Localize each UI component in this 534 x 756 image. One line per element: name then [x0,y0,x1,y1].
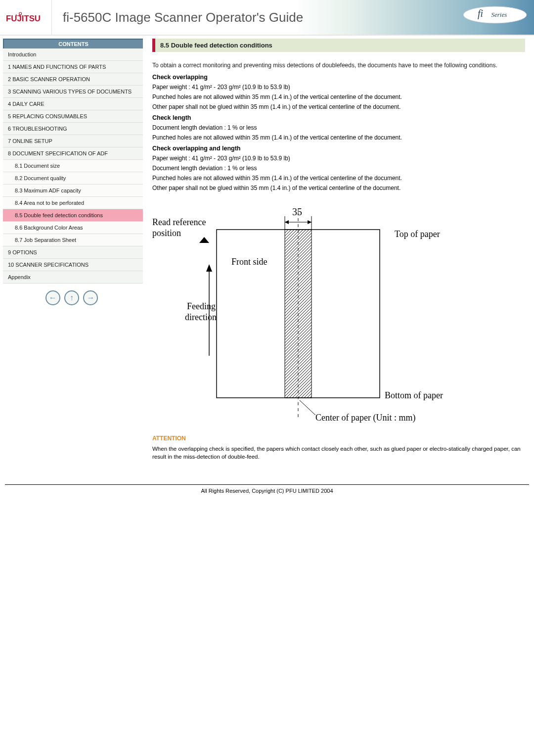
body-text: Punched holes are not allowed within 35 … [152,94,525,100]
page-title: fi-5650C Image Scanner Operator's Guide [52,10,303,25]
fujitsu-logo-icon: FUJITSU [6,10,45,24]
arrow-right-icon: → [87,293,94,302]
svg-line-16 [300,400,315,415]
toc-header: CONTENTS [3,39,143,48]
body-text: Document length deviation : 1 % or less [152,124,525,131]
toc-item-ch7[interactable]: 7 ONLINE SETUP [3,135,143,147]
svg-text:FUJITSU: FUJITSU [6,14,41,23]
nav-prev-button[interactable]: ← [45,290,60,305]
toc-item-introduction[interactable]: Introduction [3,48,143,61]
toc-item-ch10[interactable]: 10 SCANNER SPECIFICATIONS [3,259,143,271]
section-title: 8.5 Double feed detection conditions [152,39,525,52]
toc-item-ch4[interactable]: 4 DAILY CARE [3,98,143,110]
attention-body: When the overlapping check is specified,… [152,445,525,461]
svg-marker-10 [308,220,312,224]
toc-item-8-6[interactable]: 8.6 Background Color Areas [3,222,143,234]
toc-item-8-4[interactable]: 8.4 Area not to be perforated [3,197,143,209]
page-header: FUJITSU fi-5650C Image Scanner Operator'… [0,0,534,36]
footer-divider [5,484,529,485]
toc-item-8-1[interactable]: 8.1 Document size [3,160,143,172]
diagram-label-top: Top of paper [395,229,440,239]
body-text: Punched holes are not allowed within 35 … [152,134,525,141]
diagram-label-feeding-2: direction [185,312,217,323]
document-diagram: Read reference position 35 Front side Fe… [152,202,459,430]
svg-marker-15 [206,264,212,272]
diagram-label-center: Center of paper (Unit : mm) [315,413,415,423]
toc-item-ch3[interactable]: 3 SCANNING VARIOUS TYPES OF DOCUMENTS [3,86,143,98]
toc-item-appendix[interactable]: Appendix [3,271,143,284]
toc-item-8-2[interactable]: 8.2 Document quality [3,172,143,185]
toc-item-8-5[interactable]: 8.5 Double feed detection conditions [3,209,143,222]
arrow-left-icon: ← [49,293,57,302]
diagram-label-35: 35 [292,206,302,218]
toc-item-ch9[interactable]: 9 OPTIONS [3,246,143,259]
toc-item-ch2[interactable]: 2 BASIC SCANNER OPERATION [3,73,143,86]
diagram-label-read-ref-1: Read reference [152,217,206,228]
brand-logo: FUJITSU [0,0,52,35]
svg-marker-9 [285,220,289,224]
footer-copyright: All Rights Reserved, Copyright (C) PFU L… [0,488,534,514]
nav-up-button[interactable]: ↑ [64,290,79,305]
heading-check-overlapping: Check overlapping [152,74,525,81]
attention-label: ATTENTION [152,435,525,442]
body-text: Other paper shall not be glued within 35… [152,185,525,191]
toc-item-ch5[interactable]: 5 REPLACING CONSUMABLES [3,110,143,123]
body-text: Document length deviation : 1 % or less [152,165,525,172]
body-text: Paper weight : 41 g/m² - 203 g/m² (10.9 … [152,84,525,91]
main-content: 8.5 Double feed detection conditions To … [143,36,534,471]
arrow-up-icon: ↑ [70,293,74,302]
body-text: Other paper shall not be glued within 35… [152,103,525,110]
nav-next-button[interactable]: → [83,290,98,305]
diagram-label-read-ref-2: position [152,228,181,238]
nav-buttons: ← ↑ → [0,284,143,312]
svg-text:fi: fi [478,8,483,19]
diagram-label-feeding-1: Feeding [187,301,216,312]
heading-check-length: Check length [152,114,525,121]
toc-item-8-7[interactable]: 8.7 Job Separation Sheet [3,234,143,246]
body-text: Punched holes are not allowed within 35 … [152,175,525,182]
fi-series-badge-icon: fi Series [463,5,527,25]
diagram-label-front-side: Front side [231,257,267,267]
svg-marker-13 [199,237,209,243]
diagram-label-bottom: Bottom of paper [385,390,443,401]
toc-item-8-3[interactable]: 8.3 Maximum ADF capacity [3,185,143,197]
toc-item-ch6[interactable]: 6 TROUBLESHOOTING [3,123,143,135]
heading-check-overlapping-length: Check overlapping and length [152,145,525,152]
svg-text:Series: Series [491,11,507,18]
toc-item-ch1[interactable]: 1 NAMES AND FUNCTIONS OF PARTS [3,61,143,73]
body-text: Paper weight : 41 g/m² - 203 g/m² (10.9 … [152,155,525,162]
toc-item-ch8[interactable]: 8 DOCUMENT SPECIFICATION OF ADF [3,147,143,160]
sidebar: CONTENTS Introduction 1 NAMES AND FUNCTI… [0,36,143,471]
intro-text: To obtain a correct monitoring and preve… [152,62,525,69]
